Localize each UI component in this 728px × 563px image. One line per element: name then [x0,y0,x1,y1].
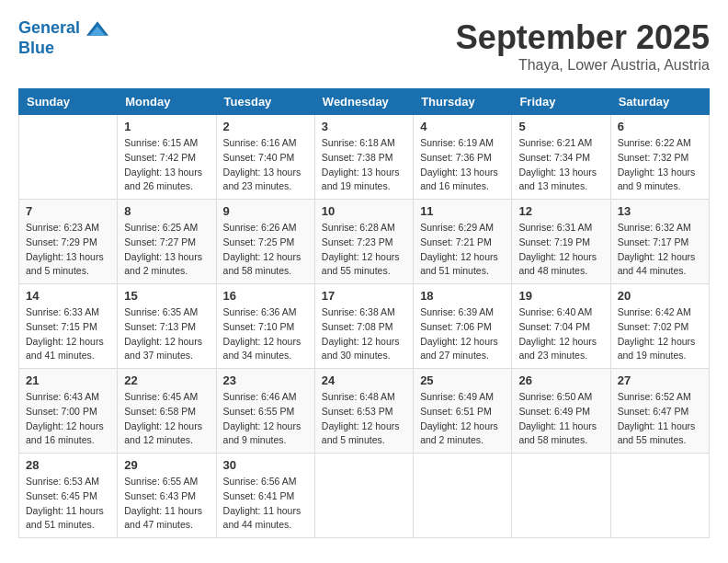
day-number: 27 [618,373,702,387]
day-number: 23 [223,373,308,387]
day-number: 25 [420,373,505,387]
calendar-header-wednesday: Wednesday [314,89,413,115]
day-number: 26 [518,373,603,387]
calendar-cell [610,454,709,538]
calendar-cell: 15Sunrise: 6:35 AM Sunset: 7:13 PM Dayli… [118,284,216,369]
calendar-cell: 12Sunrise: 6:31 AM Sunset: 7:19 PM Dayli… [512,200,610,284]
calendar-cell: 9Sunrise: 6:26 AM Sunset: 7:25 PM Daylig… [216,200,314,284]
location-subtitle: Thaya, Lower Austria, Austria [456,57,710,74]
calendar-table: SundayMondayTuesdayWednesdayThursdayFrid… [18,88,710,538]
day-info: Sunrise: 6:35 AM Sunset: 7:13 PM Dayligh… [124,305,209,363]
calendar-cell [512,454,610,538]
calendar-cell [314,454,413,538]
calendar-week-row: 21Sunrise: 6:43 AM Sunset: 7:00 PM Dayli… [19,369,710,454]
calendar-cell: 16Sunrise: 6:36 AM Sunset: 7:10 PM Dayli… [216,284,314,369]
day-info: Sunrise: 6:53 AM Sunset: 6:45 PM Dayligh… [26,475,110,533]
header: General Blue September 2025 Thaya, Lower… [18,18,710,74]
calendar-cell: 8Sunrise: 6:25 AM Sunset: 7:27 PM Daylig… [118,200,216,284]
calendar-cell: 24Sunrise: 6:48 AM Sunset: 6:53 PM Dayli… [314,369,413,454]
day-number: 9 [223,204,308,218]
calendar-cell: 21Sunrise: 6:43 AM Sunset: 7:00 PM Dayli… [19,369,118,454]
calendar-cell: 19Sunrise: 6:40 AM Sunset: 7:04 PM Dayli… [512,284,610,369]
logo-blue: Blue [18,39,54,57]
calendar-cell: 27Sunrise: 6:52 AM Sunset: 6:47 PM Dayli… [610,369,709,454]
month-title: September 2025 [456,18,710,57]
calendar-cell: 20Sunrise: 6:42 AM Sunset: 7:02 PM Dayli… [610,284,709,369]
calendar-cell: 10Sunrise: 6:28 AM Sunset: 7:23 PM Dayli… [314,200,413,284]
day-info: Sunrise: 6:39 AM Sunset: 7:06 PM Dayligh… [420,305,505,363]
day-info: Sunrise: 6:23 AM Sunset: 7:29 PM Dayligh… [26,221,110,279]
logo-icon [86,19,108,38]
calendar-cell: 5Sunrise: 6:21 AM Sunset: 7:34 PM Daylig… [512,115,610,200]
calendar-cell: 30Sunrise: 6:56 AM Sunset: 6:41 PM Dayli… [216,454,314,538]
calendar-header-monday: Monday [118,89,216,115]
day-info: Sunrise: 6:45 AM Sunset: 6:58 PM Dayligh… [124,390,209,448]
day-info: Sunrise: 6:22 AM Sunset: 7:32 PM Dayligh… [618,136,702,194]
calendar-cell: 23Sunrise: 6:46 AM Sunset: 6:55 PM Dayli… [216,369,314,454]
day-info: Sunrise: 6:52 AM Sunset: 6:47 PM Dayligh… [618,390,702,448]
day-info: Sunrise: 6:29 AM Sunset: 7:21 PM Dayligh… [420,221,505,279]
day-number: 19 [518,289,603,303]
day-info: Sunrise: 6:36 AM Sunset: 7:10 PM Dayligh… [223,305,308,363]
day-info: Sunrise: 6:28 AM Sunset: 7:23 PM Dayligh… [322,221,406,279]
logo-general: General [18,18,80,37]
calendar-cell: 2Sunrise: 6:16 AM Sunset: 7:40 PM Daylig… [216,115,314,200]
day-number: 14 [26,289,110,303]
calendar-cell: 29Sunrise: 6:55 AM Sunset: 6:43 PM Dayli… [118,454,216,538]
day-number: 22 [124,373,209,387]
day-number: 28 [26,458,110,472]
day-number: 16 [223,289,308,303]
calendar-cell [19,115,118,200]
calendar-header-sunday: Sunday [19,89,118,115]
calendar-header-saturday: Saturday [610,89,709,115]
day-number: 1 [124,120,209,133]
day-info: Sunrise: 6:50 AM Sunset: 6:49 PM Dayligh… [518,390,603,448]
calendar-cell: 4Sunrise: 6:19 AM Sunset: 7:36 PM Daylig… [414,115,512,200]
calendar-week-row: 1Sunrise: 6:15 AM Sunset: 7:42 PM Daylig… [19,115,710,200]
day-number: 17 [322,289,406,303]
calendar-cell: 28Sunrise: 6:53 AM Sunset: 6:45 PM Dayli… [19,454,118,538]
calendar-week-row: 7Sunrise: 6:23 AM Sunset: 7:29 PM Daylig… [19,200,710,284]
day-info: Sunrise: 6:19 AM Sunset: 7:36 PM Dayligh… [420,136,505,194]
calendar-header-tuesday: Tuesday [216,89,314,115]
day-info: Sunrise: 6:21 AM Sunset: 7:34 PM Dayligh… [518,136,603,194]
day-number: 6 [618,120,702,133]
calendar-cell: 1Sunrise: 6:15 AM Sunset: 7:42 PM Daylig… [118,115,216,200]
day-number: 15 [124,289,209,303]
calendar-cell: 25Sunrise: 6:49 AM Sunset: 6:51 PM Dayli… [414,369,512,454]
day-number: 5 [518,120,603,133]
day-info: Sunrise: 6:33 AM Sunset: 7:15 PM Dayligh… [26,305,110,363]
calendar-cell: 13Sunrise: 6:32 AM Sunset: 7:17 PM Dayli… [610,200,709,284]
calendar-cell: 17Sunrise: 6:38 AM Sunset: 7:08 PM Dayli… [314,284,413,369]
day-info: Sunrise: 6:26 AM Sunset: 7:25 PM Dayligh… [223,221,308,279]
day-number: 8 [124,204,209,218]
day-info: Sunrise: 6:43 AM Sunset: 7:00 PM Dayligh… [26,390,110,448]
day-info: Sunrise: 6:16 AM Sunset: 7:40 PM Dayligh… [223,136,308,194]
calendar-cell: 26Sunrise: 6:50 AM Sunset: 6:49 PM Dayli… [512,369,610,454]
day-info: Sunrise: 6:48 AM Sunset: 6:53 PM Dayligh… [322,390,406,448]
day-number: 30 [223,458,308,472]
day-info: Sunrise: 6:46 AM Sunset: 6:55 PM Dayligh… [223,390,308,448]
calendar-cell: 14Sunrise: 6:33 AM Sunset: 7:15 PM Dayli… [19,284,118,369]
day-number: 20 [618,289,702,303]
day-number: 24 [322,373,406,387]
day-info: Sunrise: 6:42 AM Sunset: 7:02 PM Dayligh… [618,305,702,363]
day-info: Sunrise: 6:55 AM Sunset: 6:43 PM Dayligh… [124,475,209,533]
day-number: 10 [322,204,406,218]
day-info: Sunrise: 6:15 AM Sunset: 7:42 PM Dayligh… [124,136,209,194]
day-number: 18 [420,289,505,303]
day-number: 11 [420,204,505,218]
day-number: 7 [26,204,110,218]
day-number: 3 [322,120,406,133]
calendar-header-thursday: Thursday [414,89,512,115]
day-number: 13 [618,204,702,218]
calendar-cell: 6Sunrise: 6:22 AM Sunset: 7:32 PM Daylig… [610,115,709,200]
day-number: 12 [518,204,603,218]
day-info: Sunrise: 6:38 AM Sunset: 7:08 PM Dayligh… [322,305,406,363]
calendar-cell: 18Sunrise: 6:39 AM Sunset: 7:06 PM Dayli… [414,284,512,369]
day-info: Sunrise: 6:18 AM Sunset: 7:38 PM Dayligh… [322,136,406,194]
day-info: Sunrise: 6:49 AM Sunset: 6:51 PM Dayligh… [420,390,505,448]
day-number: 2 [223,120,308,133]
calendar-week-row: 14Sunrise: 6:33 AM Sunset: 7:15 PM Dayli… [19,284,710,369]
day-info: Sunrise: 6:25 AM Sunset: 7:27 PM Dayligh… [124,221,209,279]
